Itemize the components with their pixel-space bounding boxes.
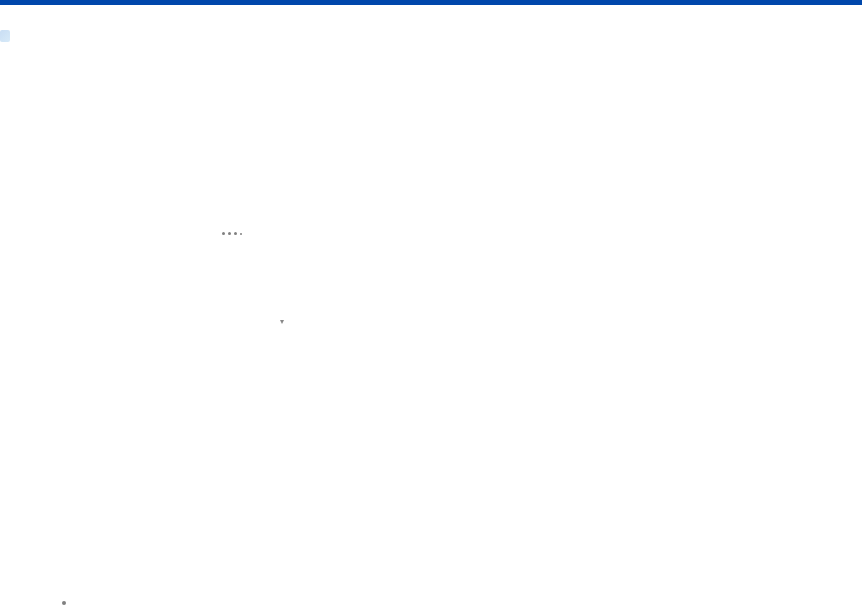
bullet-icon (62, 601, 66, 605)
loader-dot (228, 232, 231, 235)
loader-dot (234, 232, 237, 235)
caret-down-icon: ▾ (280, 318, 290, 323)
loader-dot (222, 232, 225, 235)
logo-fragment (0, 30, 18, 50)
header-bar (0, 0, 862, 5)
loading-indicator (222, 232, 242, 235)
logo-icon (0, 30, 10, 42)
loader-dot (240, 233, 242, 235)
